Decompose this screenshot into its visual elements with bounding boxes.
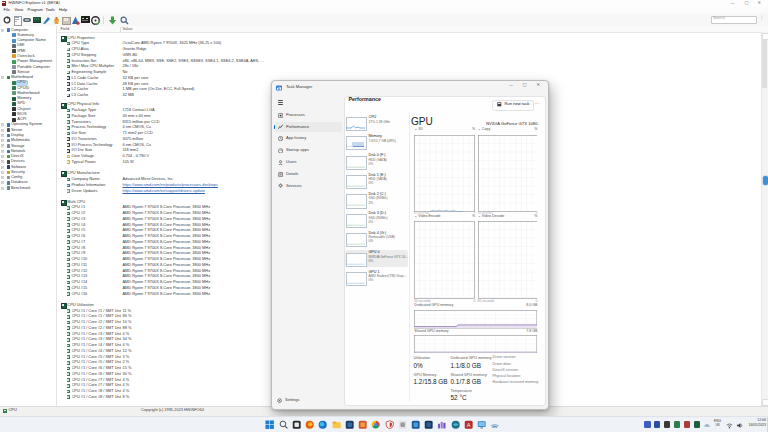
svg-text:A: A	[467, 422, 471, 428]
